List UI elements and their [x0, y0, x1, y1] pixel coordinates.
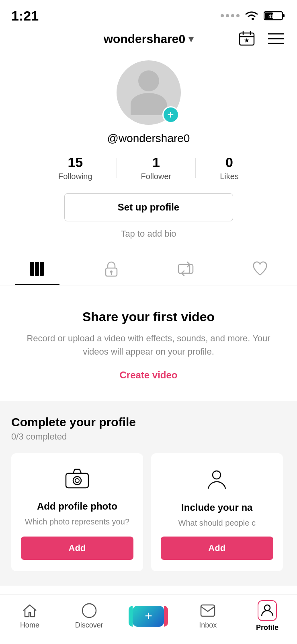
svg-text:41: 41 [268, 14, 274, 19]
plus-icon: + [167, 109, 174, 120]
avatar-head [138, 70, 159, 91]
tab-liked[interactable] [223, 253, 297, 285]
battery-icon: 41 [264, 10, 286, 21]
progress-fraction: 0/3 [11, 431, 24, 442]
nav-discover[interactable]: Discover [69, 603, 109, 630]
nav-create[interactable]: + [128, 606, 168, 627]
nav-profile-label: Profile [256, 623, 279, 632]
svg-rect-19 [66, 473, 88, 488]
header-username[interactable]: wondershare0 ▾ [104, 32, 193, 46]
home-icon [22, 603, 38, 619]
tab-private[interactable] [74, 253, 149, 285]
share-description: Record or upload a video with effects, s… [16, 332, 281, 358]
following-label: Following [58, 172, 92, 181]
heart-icon [252, 261, 268, 277]
complete-profile-progress: 0/3 completed [11, 431, 286, 442]
likes-label: Likes [220, 172, 239, 181]
status-time: 1:21 [11, 8, 39, 24]
follower-stat[interactable]: 1 Follower [117, 155, 196, 181]
tab-reposts[interactable] [149, 253, 223, 285]
nav-discover-label: Discover [75, 621, 103, 630]
lock-icon [104, 261, 119, 277]
avatar-section: + @wondershare0 15 Following 1 Follower … [0, 52, 297, 253]
add-photo-description: Which photo represents you? [25, 516, 129, 527]
profile-cards-row: Add profile photo Which photo represents… [11, 453, 286, 571]
stats-row: 15 Following 1 Follower 0 Likes [0, 155, 297, 181]
camera-icon [65, 468, 89, 493]
create-video-link[interactable]: Create video [119, 369, 177, 381]
repost-icon [178, 261, 194, 277]
add-name-description: What should people c [178, 517, 256, 528]
add-name-button[interactable]: Add [161, 537, 273, 560]
hamburger-menu-icon [268, 32, 284, 45]
avatar-body [131, 93, 167, 115]
follower-count: 1 [152, 155, 160, 170]
signal-icon [221, 14, 240, 17]
svg-rect-14 [40, 262, 44, 276]
calendar-star-button[interactable] [237, 29, 257, 50]
svg-point-26 [264, 605, 270, 611]
nav-profile-icon [260, 603, 274, 617]
wifi-icon [244, 10, 259, 21]
following-stat[interactable]: 15 Following [34, 155, 116, 181]
svg-marker-8 [244, 38, 249, 43]
svg-rect-2 [283, 14, 285, 17]
tab-videos[interactable] [0, 253, 74, 285]
add-photo-button[interactable]: Add [21, 537, 133, 560]
progress-label: completed [26, 431, 67, 442]
bio-placeholder[interactable]: Tap to add bio [121, 229, 176, 239]
person-icon [206, 468, 228, 495]
nav-profile-icon-wrap [258, 600, 277, 621]
setup-profile-button[interactable]: Set up profile [64, 193, 233, 221]
user-handle: @wondershare0 [107, 132, 190, 145]
chevron-down-icon: ▾ [188, 33, 193, 45]
share-video-section: Share your first video Record or upload … [0, 285, 297, 401]
username-text: wondershare0 [104, 32, 185, 46]
add-photo-title: Add profile photo [37, 501, 117, 512]
avatar-add-button[interactable]: + [162, 106, 179, 123]
complete-profile-title: Complete your profile [11, 415, 286, 429]
avatar-placeholder [131, 70, 167, 115]
svg-point-23 [82, 604, 96, 617]
nav-profile[interactable]: Profile [247, 600, 287, 632]
follower-label: Follower [141, 172, 172, 181]
svg-rect-25 [201, 605, 215, 616]
header: wondershare0 ▾ [0, 28, 297, 52]
create-plus-icon: + [145, 609, 152, 623]
inbox-icon [200, 603, 216, 619]
svg-point-22 [213, 471, 221, 479]
avatar-wrapper[interactable]: + [117, 60, 181, 125]
header-action-icons [237, 29, 286, 50]
add-photo-card: Add profile photo Which photo represents… [11, 453, 143, 571]
grid-icon [29, 261, 45, 277]
menu-button[interactable] [266, 31, 286, 48]
status-icons: 41 [221, 10, 286, 21]
add-name-card: Include your na What should people c Add [151, 453, 283, 571]
likes-stat[interactable]: 0 Likes [196, 155, 263, 181]
status-bar: 1:21 41 [0, 0, 297, 28]
svg-point-21 [75, 479, 79, 483]
compass-icon [81, 603, 97, 619]
following-count: 15 [68, 155, 83, 170]
share-title: Share your first video [82, 310, 215, 324]
nav-home-label: Home [20, 621, 39, 630]
nav-inbox-label: Inbox [199, 621, 217, 630]
calendar-star-icon [238, 30, 255, 47]
svg-rect-13 [35, 262, 39, 276]
bottom-navigation: Home Discover + Inbox Profil [0, 594, 297, 644]
complete-profile-section: Complete your profile 0/3 completed Add … [0, 401, 297, 586]
svg-rect-12 [30, 262, 34, 276]
add-name-title: Include your na [181, 502, 252, 513]
svg-point-20 [73, 477, 81, 485]
nav-home[interactable]: Home [10, 603, 50, 630]
likes-count: 0 [225, 155, 233, 170]
nav-inbox[interactable]: Inbox [188, 603, 228, 630]
tabs-row [0, 253, 297, 285]
svg-marker-24 [86, 608, 92, 613]
